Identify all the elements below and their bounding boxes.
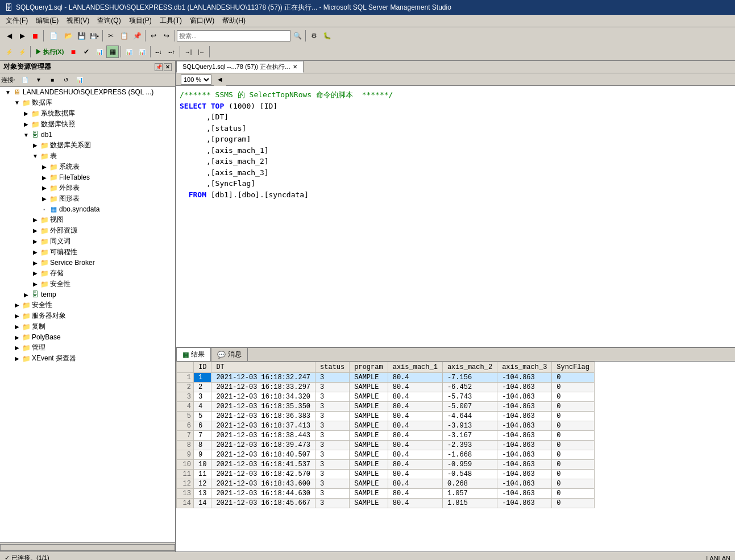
cell-dt[interactable]: 2021-12-03 16:18:43.600 bbox=[211, 479, 315, 489]
expand-synonyms[interactable]: ▶ bbox=[31, 237, 40, 246]
cell-program[interactable]: SAMPLE bbox=[350, 450, 388, 460]
cell-id[interactable]: 4 bbox=[194, 402, 211, 412]
results-tab-messages[interactable]: 💬 消息 bbox=[211, 347, 248, 362]
stop-exec-button[interactable]: ■ bbox=[67, 45, 80, 58]
tree-item-synonyms[interactable]: ▶ 📁 同义词 bbox=[0, 236, 175, 247]
cell-syncflag[interactable]: 0 bbox=[552, 412, 595, 421]
cell-axis-mach-3[interactable]: -104.863 bbox=[497, 441, 552, 450]
cell-axis-mach-2[interactable]: -6.452 bbox=[442, 383, 497, 392]
execute-button[interactable]: ▶ 执行(X) bbox=[32, 45, 67, 58]
cell-axis-mach-3[interactable]: -104.863 bbox=[497, 479, 552, 489]
cell-axis-mach-2[interactable]: -5.007 bbox=[442, 402, 497, 412]
cell-dt[interactable]: 2021-12-03 16:18:34.320 bbox=[211, 392, 315, 402]
tree-item-system-dbs[interactable]: ▶ 📁 系统数据库 bbox=[0, 108, 175, 119]
cell-id[interactable]: 8 bbox=[194, 441, 211, 450]
cell-axis-mach-3[interactable]: -104.863 bbox=[497, 431, 552, 441]
cell-axis-mach-1[interactable]: 80.4 bbox=[388, 392, 442, 402]
cell-axis-mach-3[interactable]: -104.863 bbox=[497, 373, 552, 383]
cell-syncflag[interactable]: 0 bbox=[552, 421, 595, 431]
cell-syncflag[interactable]: 0 bbox=[552, 383, 595, 392]
check-parse-button[interactable]: ✔ bbox=[80, 45, 93, 58]
table-row[interactable]: 882021-12-03 16:18:39.4733SAMPLE80.4-2.3… bbox=[177, 441, 595, 450]
refresh-button[interactable]: ↺ bbox=[60, 74, 72, 86]
debug-icon[interactable]: 🐛 bbox=[321, 30, 333, 42]
cell-status[interactable]: 3 bbox=[315, 470, 350, 479]
expand-tables[interactable]: ▼ bbox=[31, 152, 40, 161]
cell-dt[interactable]: 2021-12-03 16:18:40.507 bbox=[211, 450, 315, 460]
cell-axis-mach-2[interactable]: -4.644 bbox=[442, 412, 497, 421]
tree-item-server-objects[interactable]: ▶ 📁 服务器对象 bbox=[0, 310, 175, 321]
cell-axis-mach-2[interactable]: -2.393 bbox=[442, 441, 497, 450]
copy-icon[interactable]: 📋 bbox=[118, 30, 130, 42]
expand-service-broker[interactable]: ▶ bbox=[31, 258, 40, 267]
expand-server-objects[interactable]: ▶ bbox=[13, 312, 22, 321]
cell-status[interactable]: 3 bbox=[315, 441, 350, 450]
table-row[interactable]: 11112021-12-03 16:18:42.5703SAMPLE80.4-0… bbox=[177, 470, 595, 479]
cell-dt[interactable]: 2021-12-03 16:18:39.473 bbox=[211, 441, 315, 450]
cell-status[interactable]: 3 bbox=[315, 412, 350, 421]
cell-id[interactable]: 7 bbox=[194, 431, 211, 441]
results-tab-grid[interactable]: ▦ 结果 bbox=[176, 347, 211, 362]
expand-root[interactable]: ▼ bbox=[3, 88, 13, 97]
expand-system-dbs[interactable]: ▶ bbox=[22, 109, 31, 118]
col-header-status[interactable]: status bbox=[315, 362, 350, 373]
expand-db1[interactable]: ▼ bbox=[22, 130, 31, 139]
tree-scrollbar-area[interactable] bbox=[0, 542, 175, 551]
tree-item-databases[interactable]: ▼ 📁 数据库 bbox=[0, 97, 175, 108]
cell-program[interactable]: SAMPLE bbox=[350, 402, 388, 412]
expand-temp[interactable]: ▶ bbox=[22, 290, 31, 299]
cell-id[interactable]: 14 bbox=[194, 499, 211, 508]
menu-file[interactable]: 文件(F) bbox=[2, 15, 31, 27]
results-grid-button[interactable]: ▦ bbox=[106, 45, 119, 58]
cell-id[interactable]: 5 bbox=[194, 412, 211, 421]
cell-syncflag[interactable]: 0 bbox=[552, 402, 595, 412]
col-header-axis-mach-1[interactable]: axis_mach_1 bbox=[388, 362, 442, 373]
tree-item-tables[interactable]: ▼ 📁 表 bbox=[0, 151, 175, 161]
col-header-axis-mach-3[interactable]: axis_mach_3 bbox=[497, 362, 552, 373]
tree-item-polybase[interactable]: ▶ 📁 PolyBase bbox=[0, 332, 175, 342]
save-all-icon[interactable]: 💾▪ bbox=[88, 30, 101, 42]
cell-axis-mach-2[interactable]: -5.743 bbox=[442, 392, 497, 402]
cell-axis-mach-3[interactable]: -104.863 bbox=[497, 460, 552, 470]
col-header-dt[interactable]: DT bbox=[211, 362, 315, 373]
stop-button[interactable]: ◼ bbox=[29, 30, 41, 42]
tree-item-xevent[interactable]: ▶ 📁 XEvent 探查器 bbox=[0, 353, 175, 364]
expand-management[interactable]: ▶ bbox=[13, 343, 22, 352]
tree-item-filetables[interactable]: ▶ 📁 FileTables bbox=[0, 172, 175, 182]
zoom-scroll-left[interactable]: ◀ bbox=[214, 73, 226, 86]
cell-program[interactable]: SAMPLE bbox=[350, 460, 388, 470]
cell-axis-mach-3[interactable]: -104.863 bbox=[497, 470, 552, 479]
expand-syncdata[interactable]: ▪ bbox=[40, 205, 49, 214]
table-row[interactable]: 112021-12-03 16:18:32.2473SAMPLE80.4-7.1… bbox=[177, 373, 595, 383]
table-row[interactable]: 552021-12-03 16:18:36.3833SAMPLE80.4-4.6… bbox=[177, 412, 595, 421]
cell-status[interactable]: 3 bbox=[315, 479, 350, 489]
cell-axis-mach-1[interactable]: 80.4 bbox=[388, 373, 442, 383]
table-row[interactable]: 442021-12-03 16:18:35.3503SAMPLE80.4-5.0… bbox=[177, 402, 595, 412]
cell-dt[interactable]: 2021-12-03 16:18:33.297 bbox=[211, 383, 315, 392]
cell-dt[interactable]: 2021-12-03 16:18:41.537 bbox=[211, 460, 315, 470]
cell-axis-mach-1[interactable]: 80.4 bbox=[388, 470, 442, 479]
cell-axis-mach-1[interactable]: 80.4 bbox=[388, 421, 442, 431]
cell-status[interactable]: 3 bbox=[315, 383, 350, 392]
cell-program[interactable]: SAMPLE bbox=[350, 499, 388, 508]
tree-item-syncdata[interactable]: ▪ ▦ dbo.syncdata bbox=[0, 204, 175, 214]
expand-replication[interactable]: ▶ bbox=[13, 322, 22, 331]
table-row[interactable]: 10102021-12-03 16:18:41.5373SAMPLE80.4-0… bbox=[177, 460, 595, 470]
cell-dt[interactable]: 2021-12-03 16:18:44.630 bbox=[211, 489, 315, 499]
cell-axis-mach-2[interactable]: -7.156 bbox=[442, 373, 497, 383]
col-header-program[interactable]: program bbox=[350, 362, 388, 373]
expand-graph-tables[interactable]: ▶ bbox=[40, 194, 49, 204]
cell-id[interactable]: 10 bbox=[194, 460, 211, 470]
sql-editor[interactable]: /****** SSMS 的 SelectTopNRows 命令的脚本 ****… bbox=[176, 86, 735, 347]
cell-id[interactable]: 2 bbox=[194, 383, 211, 392]
back-button[interactable]: ◀ bbox=[3, 30, 15, 42]
paste-icon[interactable]: 📌 bbox=[131, 30, 143, 42]
cell-axis-mach-3[interactable]: -104.863 bbox=[497, 499, 552, 508]
cell-axis-mach-3[interactable]: -104.863 bbox=[497, 489, 552, 499]
cell-id[interactable]: 9 bbox=[194, 450, 211, 460]
cell-axis-mach-1[interactable]: 80.4 bbox=[388, 479, 442, 489]
editor-tab-sqlquery[interactable]: SQLQuery1.sql --...78 (57)) 正在执行... ✕ bbox=[176, 61, 304, 73]
tree-horizontal-scrollbar[interactable] bbox=[0, 544, 175, 551]
search-input[interactable] bbox=[177, 30, 290, 42]
tree-item-temp[interactable]: ▶ 🗄 temp bbox=[0, 289, 175, 300]
